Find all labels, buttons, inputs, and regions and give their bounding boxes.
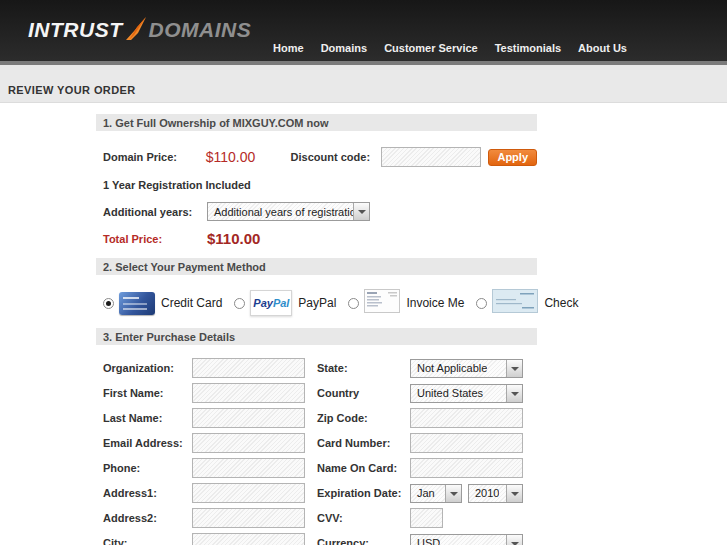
chevron-down-icon — [506, 485, 522, 502]
payment-option-credit-card[interactable]: Credit Card — [103, 292, 222, 315]
domain-price-value: $110.00 — [206, 149, 291, 165]
invoice-icon — [364, 289, 400, 317]
payment-methods-row: Credit Card PayPal PayPal — [103, 289, 537, 317]
address2-input[interactable] — [192, 508, 305, 528]
additional-years-row: Additional years: Additional years of re… — [96, 202, 537, 221]
phone-input[interactable] — [192, 458, 305, 478]
nav-domains[interactable]: Domains — [321, 42, 367, 54]
form-row: Email Address: Card Number: — [96, 433, 537, 453]
payment-radio-1[interactable] — [234, 298, 245, 309]
section1-header: 1. Get Full Ownership of MIXGUY.COM now — [96, 114, 537, 131]
name-on-card-label: Name On Card: — [317, 462, 410, 474]
organization-input[interactable] — [192, 358, 305, 378]
chevron-down-icon — [506, 385, 522, 402]
cvv-input[interactable] — [410, 508, 443, 528]
credit-card-icon — [119, 292, 155, 315]
purchase-details-form: Organization: State: Not Applicable Firs… — [96, 358, 537, 545]
city-label: City: — [103, 537, 192, 545]
chevron-down-icon — [506, 535, 522, 545]
zip-code-input[interactable] — [410, 408, 523, 428]
page-title: REVIEW YOUR ORDER — [0, 84, 136, 102]
total-price-value: $110.00 — [207, 230, 260, 247]
registration-note: 1 Year Registration Included — [103, 179, 537, 191]
discount-code-label: Discount code: — [291, 151, 382, 163]
nav-home[interactable]: Home — [273, 42, 304, 54]
review-order-strip: REVIEW YOUR ORDER — [0, 65, 727, 103]
additional-years-select[interactable]: Additional years of registration — [207, 202, 370, 221]
country-select[interactable]: United States — [410, 384, 523, 403]
apply-button[interactable]: Apply — [488, 149, 537, 166]
payment-radio-0[interactable] — [103, 298, 114, 309]
check-icon — [492, 289, 538, 317]
state-label: State: — [317, 362, 410, 374]
country-label: Country — [317, 387, 410, 399]
card-number-label: Card Number: — [317, 437, 410, 449]
last-name-label: Last Name: — [103, 412, 192, 424]
payment-radio-3[interactable] — [476, 298, 487, 309]
discount-code-input[interactable] — [381, 147, 481, 167]
nav-about-us[interactable]: About Us — [578, 42, 627, 54]
price-discount-row: Domain Price: $110.00 Discount code: App… — [96, 146, 537, 168]
nav-testimonials[interactable]: Testimonials — [495, 42, 561, 54]
city-input[interactable] — [192, 533, 305, 545]
payment-label: Check — [544, 296, 578, 310]
form-row: Last Name: Zip Code: — [96, 408, 537, 428]
form-row: Address2: CVV: — [96, 508, 537, 528]
section3-title: 3. Enter Purchase Details — [96, 331, 235, 343]
phone-label: Phone: — [103, 462, 192, 474]
section1-title: 1. Get Full Ownership of MIXGUY.COM now — [96, 117, 329, 129]
form-row: City: Currency: USD — [96, 533, 537, 545]
total-price-label: Total Price: — [103, 233, 207, 245]
zip-code-label: Zip Code: — [317, 412, 410, 424]
form-row: Address1: Expiration Date: Jan 2010 — [96, 483, 537, 503]
payment-radio-2[interactable] — [348, 298, 359, 309]
payment-label: PayPal — [298, 296, 336, 310]
form-row: Organization: State: Not Applicable — [96, 358, 537, 378]
first-name-input[interactable] — [192, 383, 305, 403]
address1-label: Address1: — [103, 487, 192, 499]
section2-header: 2. Select Your Payment Method — [96, 258, 537, 275]
logo-arrow-icon — [125, 17, 147, 41]
expiration-year-select[interactable]: 2010 — [468, 484, 523, 503]
form-row: First Name: Country United States — [96, 383, 537, 403]
chevron-down-icon — [445, 485, 461, 502]
payment-option-paypal[interactable]: PayPal PayPal — [234, 290, 336, 316]
order-form-container: 1. Get Full Ownership of MIXGUY.COM now … — [96, 114, 537, 545]
section3-header: 3. Enter Purchase Details — [96, 328, 537, 345]
main-nav: Home Domains Customer Service Testimonia… — [256, 42, 627, 54]
last-name-input[interactable] — [192, 408, 305, 428]
section2-title: 2. Select Your Payment Method — [96, 261, 266, 273]
email-label: Email Address: — [103, 437, 192, 449]
address2-label: Address2: — [103, 512, 192, 524]
name-on-card-input[interactable] — [410, 458, 523, 478]
expiration-date-label: Expiration Date: — [317, 487, 410, 499]
chevron-down-icon — [353, 203, 369, 220]
chevron-down-icon — [506, 360, 522, 377]
cvv-label: CVV: — [317, 512, 410, 524]
payment-option-invoice[interactable]: Invoice Me — [348, 289, 464, 317]
form-row: Phone: Name On Card: — [96, 458, 537, 478]
paypal-icon: PayPal — [250, 290, 292, 316]
additional-years-label: Additional years: — [103, 206, 207, 218]
address1-input[interactable] — [192, 483, 305, 503]
payment-label: Credit Card — [161, 296, 222, 310]
total-price-row: Total Price: $110.00 — [96, 230, 537, 247]
site-header: INTRUST DOMAINS Home Domains Customer Se… — [0, 0, 727, 61]
card-number-input[interactable] — [410, 433, 523, 453]
first-name-label: First Name: — [103, 387, 192, 399]
logo-text-domains: DOMAINS — [149, 18, 252, 42]
expiration-month-select[interactable]: Jan — [410, 484, 462, 503]
nav-customer-service[interactable]: Customer Service — [384, 42, 478, 54]
currency-label: Currency: — [317, 537, 410, 545]
domain-price-label: Domain Price: — [103, 151, 206, 163]
email-input[interactable] — [192, 433, 305, 453]
payment-label: Invoice Me — [406, 296, 464, 310]
currency-select[interactable]: USD — [410, 534, 523, 545]
logo-text-intrust: INTRUST — [28, 18, 123, 42]
state-select[interactable]: Not Applicable — [410, 359, 523, 378]
site-logo[interactable]: INTRUST DOMAINS — [28, 17, 251, 42]
payment-option-check[interactable]: Check — [476, 289, 578, 317]
organization-label: Organization: — [103, 362, 192, 374]
